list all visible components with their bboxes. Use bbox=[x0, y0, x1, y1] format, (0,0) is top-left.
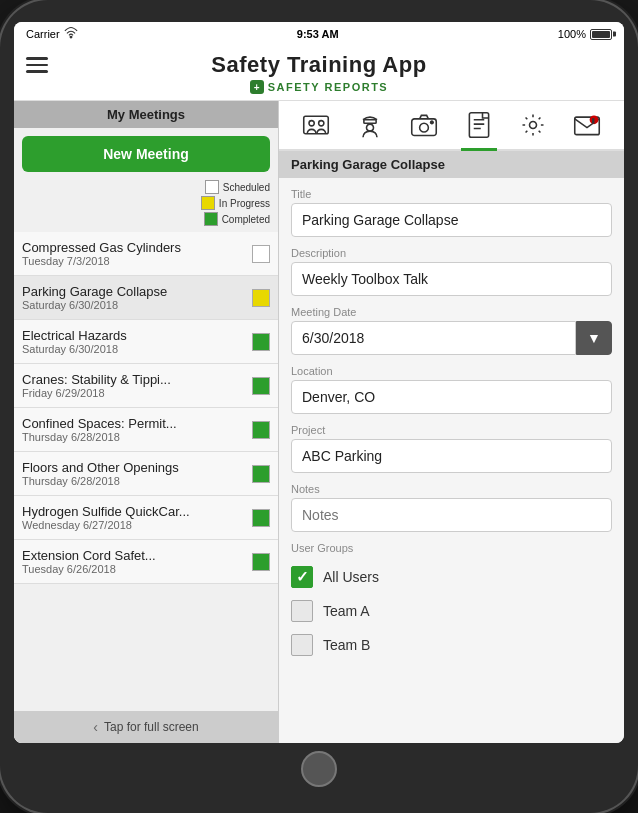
meeting-status-box bbox=[252, 377, 270, 395]
legend: Scheduled In Progress Completed bbox=[14, 180, 278, 232]
full-screen-label: Tap for full screen bbox=[104, 720, 199, 734]
meeting-date-group: Meeting Date bbox=[291, 306, 612, 355]
meeting-status-box bbox=[252, 509, 270, 527]
meeting-item-date: Wednesday 6/27/2018 bbox=[22, 519, 246, 531]
list-item[interactable]: Electrical Hazards Saturday 6/30/2018 bbox=[14, 320, 278, 364]
icon-toolbar: ! bbox=[279, 101, 624, 151]
svg-point-10 bbox=[529, 122, 536, 129]
title-input[interactable] bbox=[291, 203, 612, 237]
location-label: Location bbox=[291, 365, 612, 377]
legend-completed: Completed bbox=[204, 212, 270, 226]
user-groups-list: All Users Team A Team B bbox=[291, 560, 612, 662]
sidebar-header: My Meetings bbox=[14, 101, 278, 128]
user-group-item[interactable]: Team B bbox=[291, 628, 612, 662]
svg-point-0 bbox=[70, 36, 72, 38]
legend-box-in-progress bbox=[201, 196, 215, 210]
battery-icon bbox=[590, 29, 612, 40]
meeting-status-box bbox=[252, 421, 270, 439]
meeting-item-date: Thursday 6/28/2018 bbox=[22, 431, 246, 443]
notes-input[interactable] bbox=[291, 498, 612, 532]
tablet-bottom bbox=[14, 743, 624, 791]
wifi-icon bbox=[64, 26, 78, 42]
user-groups-label: User Groups bbox=[291, 542, 612, 554]
meeting-people-icon[interactable] bbox=[298, 107, 334, 143]
checkbox-icon[interactable] bbox=[291, 566, 313, 588]
location-input[interactable] bbox=[291, 380, 612, 414]
meeting-item-text: Cranes: Stability & Tippi... Friday 6/29… bbox=[22, 372, 246, 399]
project-group: Project bbox=[291, 424, 612, 473]
document-icon[interactable] bbox=[461, 107, 497, 143]
tablet-screen: Carrier 9:53 AM 100% bbox=[14, 22, 624, 743]
meeting-status-box bbox=[252, 289, 270, 307]
list-item[interactable]: Compressed Gas Cylinders Tuesday 7/3/201… bbox=[14, 232, 278, 276]
list-item[interactable]: Parking Garage Collapse Saturday 6/30/20… bbox=[14, 276, 278, 320]
meeting-date-label: Meeting Date bbox=[291, 306, 612, 318]
project-input[interactable] bbox=[291, 439, 612, 473]
status-right: 100% bbox=[558, 28, 612, 40]
main-content: My Meetings New Meeting Scheduled In Pro… bbox=[14, 101, 624, 743]
meeting-item-name: Compressed Gas Cylinders bbox=[22, 240, 246, 255]
meeting-item-date: Tuesday 7/3/2018 bbox=[22, 255, 246, 267]
new-meeting-button[interactable]: New Meeting bbox=[22, 136, 270, 172]
home-button[interactable] bbox=[301, 751, 337, 787]
email-icon[interactable]: ! bbox=[569, 107, 605, 143]
meeting-item-name: Floors and Other Openings bbox=[22, 460, 246, 475]
legend-scheduled-label: Scheduled bbox=[223, 182, 270, 193]
panel-header: Parking Garage Collapse bbox=[279, 151, 624, 178]
time-display: 9:53 AM bbox=[297, 28, 339, 40]
description-group: Description bbox=[291, 247, 612, 296]
settings-icon[interactable] bbox=[515, 107, 551, 143]
carrier-label: Carrier bbox=[26, 28, 60, 40]
meeting-item-name: Electrical Hazards bbox=[22, 328, 246, 343]
description-label: Description bbox=[291, 247, 612, 259]
list-item[interactable]: Extension Cord Safet... Tuesday 6/26/201… bbox=[14, 540, 278, 584]
list-item[interactable]: Confined Spaces: Permit... Thursday 6/28… bbox=[14, 408, 278, 452]
sidebar-footer: ‹ Tap for full screen bbox=[14, 711, 278, 743]
svg-point-3 bbox=[319, 121, 324, 126]
sr-text: SAFETY REPORTS bbox=[268, 81, 388, 93]
meeting-item-name: Parking Garage Collapse bbox=[22, 284, 246, 299]
legend-completed-label: Completed bbox=[222, 214, 270, 225]
user-group-label: Team A bbox=[323, 603, 370, 619]
worker-icon[interactable] bbox=[352, 107, 388, 143]
location-group: Location bbox=[291, 365, 612, 414]
meeting-item-date: Saturday 6/30/2018 bbox=[22, 299, 246, 311]
meeting-item-text: Parking Garage Collapse Saturday 6/30/20… bbox=[22, 284, 246, 311]
user-group-item[interactable]: Team A bbox=[291, 594, 612, 628]
app-header: Safety Training App + SAFETY REPORTS bbox=[14, 46, 624, 101]
meeting-date-input[interactable] bbox=[291, 321, 576, 355]
list-item[interactable]: Floors and Other Openings Thursday 6/28/… bbox=[14, 452, 278, 496]
meeting-item-text: Hydrogen Sulfide QuickCar... Wednesday 6… bbox=[22, 504, 246, 531]
date-picker-button[interactable] bbox=[576, 321, 612, 355]
meeting-item-date: Thursday 6/28/2018 bbox=[22, 475, 246, 487]
legend-box-completed bbox=[204, 212, 218, 226]
svg-rect-4 bbox=[364, 120, 376, 124]
legend-in-progress-label: In Progress bbox=[219, 198, 270, 209]
description-input[interactable] bbox=[291, 262, 612, 296]
meeting-item-date: Friday 6/29/2018 bbox=[22, 387, 246, 399]
checkbox-icon[interactable] bbox=[291, 600, 313, 622]
hamburger-menu-icon[interactable] bbox=[22, 53, 52, 77]
status-left: Carrier bbox=[26, 26, 78, 42]
svg-point-2 bbox=[309, 121, 314, 126]
list-item[interactable]: Cranes: Stability & Tippi... Friday 6/29… bbox=[14, 364, 278, 408]
svg-point-7 bbox=[420, 123, 429, 132]
right-panel: ! Parking Garage Collapse Title Descript… bbox=[279, 101, 624, 743]
project-label: Project bbox=[291, 424, 612, 436]
meeting-item-name: Confined Spaces: Permit... bbox=[22, 416, 246, 431]
meeting-item-name: Extension Cord Safet... bbox=[22, 548, 246, 563]
meeting-status-box bbox=[252, 553, 270, 571]
meeting-item-text: Confined Spaces: Permit... Thursday 6/28… bbox=[22, 416, 246, 443]
camera-icon[interactable] bbox=[406, 107, 442, 143]
meeting-item-name: Cranes: Stability & Tippi... bbox=[22, 372, 246, 387]
user-group-item[interactable]: All Users bbox=[291, 560, 612, 594]
checkbox-icon[interactable] bbox=[291, 634, 313, 656]
meeting-status-box bbox=[252, 245, 270, 263]
meeting-item-name: Hydrogen Sulfide QuickCar... bbox=[22, 504, 246, 519]
meeting-item-text: Compressed Gas Cylinders Tuesday 7/3/201… bbox=[22, 240, 246, 267]
legend-scheduled: Scheduled bbox=[205, 180, 270, 194]
title-label: Title bbox=[291, 188, 612, 200]
tablet-frame: Carrier 9:53 AM 100% bbox=[0, 0, 638, 813]
meeting-status-box bbox=[252, 465, 270, 483]
list-item[interactable]: Hydrogen Sulfide QuickCar... Wednesday 6… bbox=[14, 496, 278, 540]
